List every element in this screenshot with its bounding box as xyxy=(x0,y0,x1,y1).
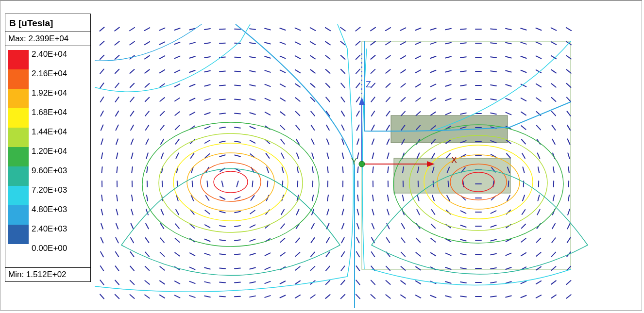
svg-line-71 xyxy=(204,57,210,58)
svg-line-290 xyxy=(131,153,133,159)
svg-line-552 xyxy=(220,268,225,268)
svg-line-618 xyxy=(250,296,255,297)
svg-line-577 xyxy=(115,280,119,285)
svg-line-608 xyxy=(100,295,104,299)
svg-line-291 xyxy=(146,153,148,158)
svg-line-296 xyxy=(220,155,225,157)
svg-line-45 xyxy=(295,42,301,44)
svg-line-494 xyxy=(311,238,315,243)
field-plot[interactable]: X Z Y xyxy=(95,5,639,308)
legend-swatch xyxy=(8,186,29,205)
svg-line-35 xyxy=(145,42,150,45)
svg-line-514 xyxy=(130,252,134,257)
svg-line-80 xyxy=(341,55,345,59)
svg-line-184 xyxy=(460,99,466,100)
svg-line-432 xyxy=(342,209,343,215)
svg-line-196 xyxy=(160,112,164,115)
svg-line-310 xyxy=(432,153,435,158)
svg-line-234 xyxy=(250,127,255,129)
svg-line-550 xyxy=(190,267,195,270)
svg-line-268 xyxy=(281,139,284,144)
svg-line-105 xyxy=(235,71,240,72)
svg-line-504 xyxy=(460,239,466,241)
svg-line-177 xyxy=(356,97,360,102)
svg-line-621 xyxy=(295,295,300,298)
svg-line-201 xyxy=(235,113,240,114)
svg-line-417 xyxy=(116,209,118,215)
svg-line-161 xyxy=(115,97,119,102)
svg-line-65 xyxy=(115,55,119,59)
svg-line-424 xyxy=(220,211,225,213)
svg-line-332 xyxy=(282,167,284,173)
svg-line-104 xyxy=(220,71,225,72)
svg-line-93 xyxy=(536,56,542,58)
svg-line-554 xyxy=(250,268,255,269)
svg-line-78 xyxy=(310,56,315,59)
svg-line-271 xyxy=(327,139,329,144)
svg-line-166 xyxy=(190,98,195,100)
svg-line-15 xyxy=(325,28,330,31)
svg-line-616 xyxy=(220,297,225,297)
svg-line-472 xyxy=(460,225,466,227)
svg-line-228 xyxy=(160,125,164,130)
svg-line-338 xyxy=(373,167,373,173)
svg-line-428 xyxy=(281,210,284,214)
axis-y-label: Y xyxy=(351,157,357,167)
svg-line-159 xyxy=(567,83,571,87)
svg-line-254 xyxy=(552,125,555,130)
svg-line-4 xyxy=(160,28,165,31)
svg-line-337 xyxy=(357,167,358,173)
svg-line-630 xyxy=(430,296,436,297)
svg-line-263 xyxy=(205,140,210,143)
svg-line-499 xyxy=(387,238,390,243)
svg-line-50 xyxy=(371,41,375,45)
svg-line-540 xyxy=(521,253,526,256)
svg-line-260 xyxy=(161,139,164,144)
svg-line-453 xyxy=(175,224,179,228)
svg-line-152 xyxy=(460,85,466,86)
svg-line-597 xyxy=(416,281,421,284)
svg-line-231 xyxy=(204,127,210,129)
svg-line-508 xyxy=(521,238,525,242)
svg-line-594 xyxy=(371,280,375,285)
svg-line-30 xyxy=(551,28,557,30)
svg-line-465 xyxy=(357,223,359,229)
svg-line-518 xyxy=(190,253,195,256)
svg-line-255 xyxy=(567,125,570,130)
svg-line-60 xyxy=(521,42,526,44)
svg-line-236 xyxy=(281,126,285,130)
svg-line-302 xyxy=(312,153,314,158)
svg-line-287 xyxy=(568,139,570,145)
svg-line-304 xyxy=(342,153,344,159)
svg-line-238 xyxy=(311,125,315,130)
svg-line-321 xyxy=(117,167,117,173)
svg-line-22 xyxy=(430,28,436,30)
svg-line-541 xyxy=(536,252,541,256)
svg-line-483 xyxy=(146,238,149,243)
svg-line-130 xyxy=(130,83,134,88)
svg-line-109 xyxy=(295,70,300,73)
svg-line-297 xyxy=(235,155,240,156)
svg-line-532 xyxy=(401,252,405,257)
svg-line-362 xyxy=(252,181,253,187)
svg-line-442 xyxy=(491,211,496,213)
svg-line-317 xyxy=(538,153,540,158)
svg-line-227 xyxy=(146,125,149,130)
svg-line-615 xyxy=(204,296,210,297)
svg-line-509 xyxy=(537,238,541,243)
domain-box xyxy=(362,41,571,269)
legend-swatch xyxy=(8,225,29,244)
svg-line-586 xyxy=(250,282,255,283)
legend-labels: 2.40E+042.16E+041.92E+041.68E+041.44E+04… xyxy=(32,50,87,264)
svg-line-582 xyxy=(189,281,195,283)
svg-line-468 xyxy=(402,224,405,229)
svg-line-58 xyxy=(491,43,496,43)
svg-line-631 xyxy=(445,296,451,297)
svg-line-59 xyxy=(506,43,511,44)
svg-line-403 xyxy=(388,195,389,201)
svg-line-455 xyxy=(205,225,210,228)
svg-line-239 xyxy=(326,125,329,130)
svg-line-163 xyxy=(145,98,149,102)
svg-line-538 xyxy=(491,254,496,255)
svg-line-158 xyxy=(551,83,556,87)
